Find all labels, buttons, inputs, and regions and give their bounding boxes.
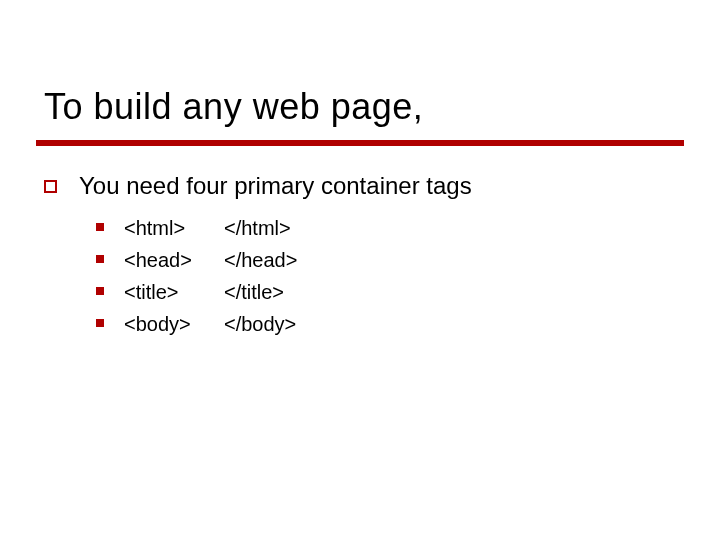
- title-underline: [36, 140, 684, 146]
- list-item: <head> </head>: [96, 246, 684, 274]
- list-item: <html> </html>: [96, 214, 684, 242]
- slide-body: You need four primary container tags <ht…: [44, 172, 684, 342]
- bullet-level2-group: <html> </html> <head> </head> <title> </…: [96, 214, 684, 338]
- slide: To build any web page, You need four pri…: [0, 0, 720, 540]
- tag-pair: <html> </html>: [124, 214, 291, 242]
- tag-pair: <body> </body>: [124, 310, 296, 338]
- close-tag: </head>: [224, 246, 297, 274]
- square-solid-icon: [96, 255, 104, 263]
- slide-title: To build any web page,: [44, 86, 423, 128]
- open-tag: <title>: [124, 278, 224, 306]
- tag-pair: <title> </title>: [124, 278, 284, 306]
- square-solid-icon: [96, 287, 104, 295]
- list-item: <body> </body>: [96, 310, 684, 338]
- square-outline-icon: [44, 180, 57, 193]
- open-tag: <html>: [124, 214, 224, 242]
- bullet-level1: You need four primary container tags: [44, 172, 684, 200]
- close-tag: </body>: [224, 310, 296, 338]
- tag-pair: <head> </head>: [124, 246, 297, 274]
- square-solid-icon: [96, 319, 104, 327]
- open-tag: <head>: [124, 246, 224, 274]
- list-item: <title> </title>: [96, 278, 684, 306]
- close-tag: </html>: [224, 214, 291, 242]
- open-tag: <body>: [124, 310, 224, 338]
- bullet-level1-text: You need four primary container tags: [79, 172, 472, 200]
- close-tag: </title>: [224, 278, 284, 306]
- square-solid-icon: [96, 223, 104, 231]
